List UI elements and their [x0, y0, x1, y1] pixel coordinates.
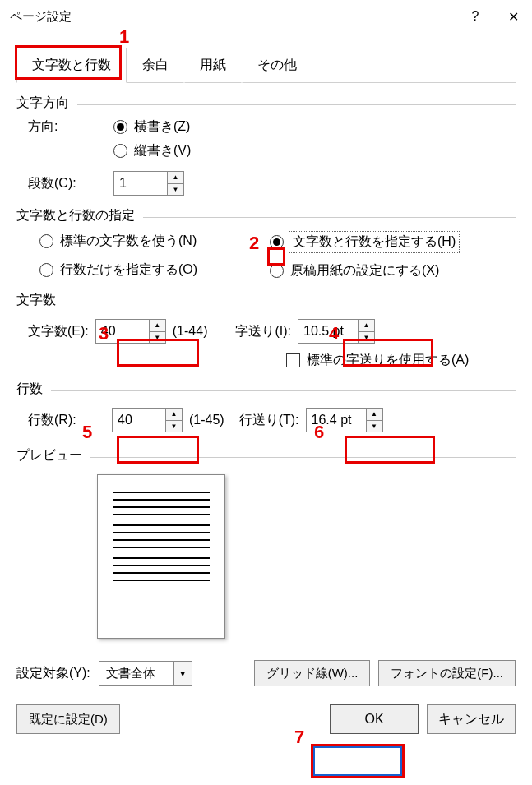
lines-input[interactable] — [113, 409, 165, 432]
radio-icon — [113, 120, 127, 134]
lines-spinner[interactable]: ▲▼ — [112, 408, 183, 432]
spinner-down-icon[interactable]: ▼ — [150, 332, 165, 344]
radio-icon — [270, 235, 284, 249]
font-settings-button[interactable]: フォントの設定(F)... — [378, 660, 516, 686]
chars-range: (1-44) — [173, 324, 208, 339]
ok-focus-ring — [313, 746, 402, 776]
radio-specify-chars-lines[interactable]: 文字数と行数を指定する(H) — [270, 233, 458, 252]
tab-other[interactable]: その他 — [242, 48, 312, 83]
tab-margins[interactable]: 余白 — [127, 48, 184, 83]
direction-label: 方向: — [28, 118, 113, 136]
radio-genkou[interactable]: 原稿用紙の設定にする(X) — [270, 262, 439, 279]
lines-range: (1-45) — [189, 413, 224, 427]
radio-icon — [39, 234, 53, 248]
set-default-button[interactable]: 既定に設定(D) — [16, 704, 120, 734]
annotation-box-7 — [311, 744, 405, 778]
spinner-up-icon[interactable]: ▲ — [166, 409, 182, 421]
section-chars-title: 文字数 — [16, 292, 56, 309]
close-button[interactable]: ✕ — [494, 0, 532, 33]
columns-label: 段数(C): — [28, 175, 113, 192]
spinner-up-icon[interactable]: ▲ — [367, 409, 382, 421]
tab-paper[interactable]: 用紙 — [184, 48, 242, 83]
radio-lines-only[interactable]: 行数だけを指定する(O) — [39, 261, 197, 279]
char-pitch-input[interactable] — [298, 320, 358, 343]
spinner-down-icon[interactable]: ▼ — [367, 421, 382, 432]
section-direction-title: 文字方向 — [16, 95, 69, 112]
radio-icon — [113, 144, 127, 158]
ok-button[interactable]: OK — [330, 704, 419, 734]
section-grid-title: 文字数と行数の指定 — [16, 207, 135, 224]
spinner-up-icon[interactable]: ▲ — [150, 320, 165, 332]
preview-box — [97, 474, 225, 639]
columns-input[interactable] — [114, 172, 167, 195]
checkbox-icon — [286, 353, 300, 367]
gridlines-button[interactable]: グリッド線(W)... — [254, 660, 371, 686]
spinner-down-icon[interactable]: ▼ — [168, 184, 183, 196]
radio-horizontal[interactable]: 横書き(Z) — [113, 118, 190, 136]
chars-input[interactable] — [96, 320, 149, 343]
columns-spinner[interactable]: ▲▼ — [113, 171, 184, 196]
lines-label: 行数(R): — [28, 412, 105, 429]
radio-icon — [39, 263, 53, 277]
apply-to-label: 設定対象(Y): — [16, 665, 90, 682]
tab-bar: 文字数と行数 余白 用紙 その他 — [16, 48, 516, 83]
tab-chars-lines[interactable]: 文字数と行数 — [16, 48, 127, 83]
help-button[interactable]: ? — [456, 0, 494, 33]
radio-standard-chars[interactable]: 標準の文字数を使う(N) — [39, 233, 197, 250]
cancel-button[interactable]: キャンセル — [427, 704, 516, 734]
chars-spinner[interactable]: ▲▼ — [95, 319, 166, 344]
chars-label: 文字数(E): — [28, 323, 89, 340]
spinner-down-icon[interactable]: ▼ — [166, 421, 182, 432]
section-lines-title: 行数 — [16, 381, 43, 398]
dialog-title: ページ設定 — [10, 9, 456, 25]
spinner-down-icon[interactable]: ▼ — [359, 332, 374, 344]
chevron-down-icon: ▼ — [173, 662, 192, 685]
spinner-up-icon[interactable]: ▲ — [359, 320, 374, 332]
apply-to-select[interactable]: 文書全体 ▼ — [99, 661, 192, 686]
line-pitch-label: 行送り(T): — [239, 412, 299, 429]
titlebar: ページ設定 ? ✕ — [0, 0, 532, 33]
char-pitch-label: 字送り(I): — [235, 323, 291, 340]
line-pitch-spinner[interactable]: ▲▼ — [306, 408, 383, 432]
radio-icon — [270, 264, 284, 278]
line-pitch-input[interactable] — [307, 409, 366, 432]
preview-label: プレビュー — [16, 447, 82, 464]
char-pitch-spinner[interactable]: ▲▼ — [298, 319, 375, 344]
radio-vertical[interactable]: 縦書き(V) — [113, 142, 191, 159]
checkbox-default-pitch[interactable]: 標準の字送りを使用する(A) — [286, 352, 469, 369]
spinner-up-icon[interactable]: ▲ — [168, 172, 183, 184]
